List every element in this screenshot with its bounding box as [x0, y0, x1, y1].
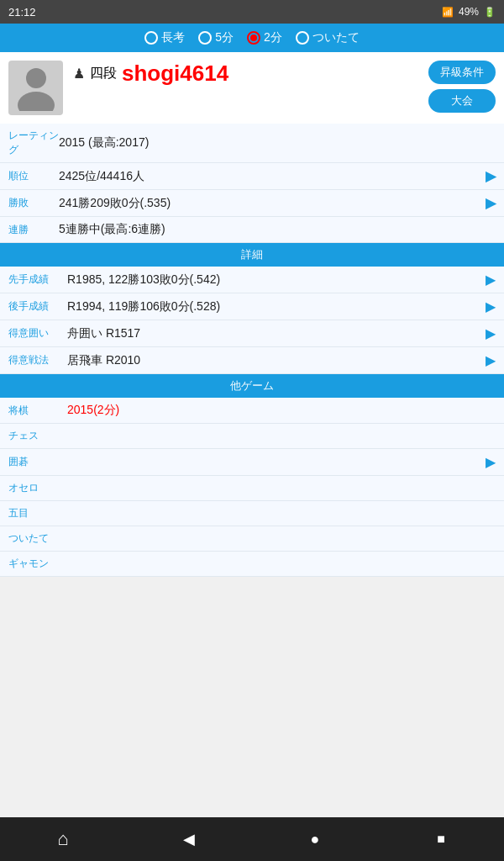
game-row: ついたて	[0, 526, 504, 552]
stat-value: 241勝209敗0分(.535)	[59, 196, 486, 211]
stat-label: 順位	[8, 169, 59, 183]
game-value: 2015(2分)	[67, 403, 496, 418]
detail-row[interactable]: 後手成績R1994, 119勝106敗0分(.528)▶	[0, 293, 504, 320]
detail-label: 得意戦法	[8, 353, 67, 367]
game-row: 五目	[0, 501, 504, 526]
mode-label: ついたて	[312, 30, 360, 45]
detail-arrow-icon: ▶	[486, 325, 496, 341]
stat-arrow-icon: ▶	[486, 195, 496, 211]
game-row: チェス	[0, 424, 504, 449]
status-bar: 21:12 49%	[0, 0, 504, 24]
detail-label: 先手成績	[8, 272, 67, 287]
nav-square-button[interactable]	[420, 822, 462, 856]
wifi-icon	[442, 6, 454, 18]
detail-row[interactable]: 得意囲い舟囲い R1517▶	[0, 320, 504, 347]
profile-section: ♟ 四段 shogi4614 昇級条件 大会	[0, 52, 504, 124]
radio-circle	[144, 31, 158, 45]
stat-label: 勝敗	[8, 196, 59, 210]
profile-buttons: 昇級条件 大会	[428, 61, 496, 113]
game-label: 将棋	[8, 404, 67, 418]
detail-table: 先手成績R1985, 122勝103敗0分(.542)▶後手成績R1994, 1…	[0, 267, 504, 374]
stat-row: 連勝5連勝中(最高:6連勝)	[0, 217, 504, 243]
mode-option[interactable]: 5分	[198, 30, 234, 45]
detail-value: R1985, 122勝103敗0分(.542)	[67, 272, 486, 288]
mode-option[interactable]: ついたて	[296, 30, 360, 45]
detail-value: R1994, 119勝106敗0分(.528)	[67, 299, 486, 314]
game-row: 将棋2015(2分)	[0, 398, 504, 424]
battery-display: 49%	[459, 6, 479, 18]
radio-circle	[247, 31, 260, 45]
nav-back-button[interactable]	[168, 822, 210, 856]
nav-circle-button[interactable]	[294, 822, 336, 856]
game-label: 囲碁	[8, 455, 67, 469]
stat-label: レーティング	[8, 129, 59, 157]
stat-arrow-icon: ▶	[486, 168, 496, 184]
game-label: ついたて	[8, 531, 67, 546]
radio-circle	[296, 31, 309, 45]
stat-row: レーティング2015 (最高:2017)	[0, 124, 504, 163]
mode-option[interactable]: 2分	[247, 30, 282, 45]
radio-circle	[198, 31, 212, 45]
stat-value: 2425位/44416人	[59, 169, 486, 184]
game-arrow-icon: ▶	[486, 454, 496, 470]
game-label: オセロ	[8, 481, 67, 495]
stats-table: レーティング2015 (最高:2017)順位2425位/44416人▶勝敗241…	[0, 124, 504, 243]
tournament-button[interactable]: 大会	[428, 89, 496, 113]
mode-label: 長考	[161, 30, 185, 45]
rank-label: 四段	[90, 65, 117, 82]
stat-label: 連勝	[8, 223, 59, 237]
other-games-header: 他ゲーム	[0, 374, 504, 398]
svg-point-0	[26, 68, 46, 88]
mode-label: 5分	[215, 30, 234, 45]
mode-label: 2分	[264, 30, 282, 45]
detail-arrow-icon: ▶	[486, 352, 496, 368]
player-name: shogi4614	[122, 61, 228, 87]
time-display: 21:12	[8, 6, 36, 18]
stat-row[interactable]: 勝敗241勝209敗0分(.535)▶	[0, 190, 504, 217]
battery-icon	[484, 6, 496, 18]
detail-arrow-icon: ▶	[486, 272, 496, 288]
detail-label: 得意囲い	[8, 326, 67, 341]
game-row[interactable]: 囲碁▶	[0, 449, 504, 476]
detail-value: 居飛車 R2010	[67, 353, 486, 368]
other-games-table: 将棋2015(2分)チェス囲碁▶オセロ五目ついたてギャモン	[0, 398, 504, 577]
mode-bar: 長考5分2分ついたて	[0, 24, 504, 52]
avatar	[8, 61, 63, 115]
detail-header: 詳細	[0, 243, 504, 267]
detail-row[interactable]: 得意戦法居飛車 R2010▶	[0, 347, 504, 374]
game-label: チェス	[8, 429, 67, 443]
game-row: ギャモン	[0, 552, 504, 577]
detail-arrow-icon: ▶	[486, 298, 496, 314]
svg-point-1	[18, 92, 55, 111]
stat-row[interactable]: 順位2425位/44416人▶	[0, 163, 504, 190]
nav-bar	[0, 817, 504, 861]
game-label: ギャモン	[8, 557, 67, 571]
nav-home-button[interactable]	[42, 822, 84, 856]
detail-value: 舟囲い R1517	[67, 326, 486, 341]
game-label: 五目	[8, 506, 67, 520]
game-row: オセロ	[0, 476, 504, 501]
player-icon: ♟	[73, 66, 85, 82]
detail-label: 後手成績	[8, 299, 67, 314]
detail-row[interactable]: 先手成績R1985, 122勝103敗0分(.542)▶	[0, 267, 504, 293]
mode-option[interactable]: 長考	[144, 30, 185, 45]
stat-value: 2015 (最高:2017)	[59, 135, 496, 151]
stat-value: 5連勝中(最高:6連勝)	[59, 222, 496, 237]
promotion-button[interactable]: 昇級条件	[428, 61, 496, 84]
